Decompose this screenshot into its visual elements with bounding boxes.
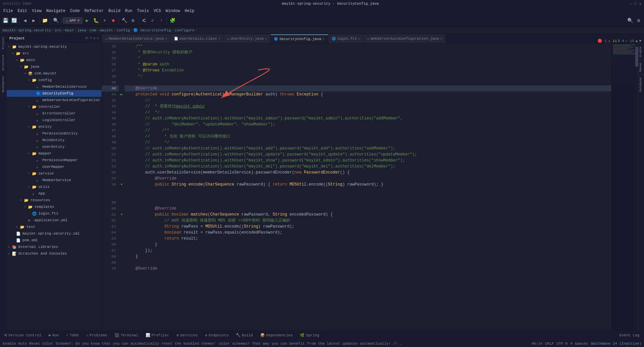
breadcrumb-com[interactable]: com [90, 28, 96, 32]
bottom-tab-services[interactable]: ⚙ Services [173, 332, 201, 339]
menu-navigate[interactable]: Navigate [44, 8, 67, 14]
tree-arrow-test[interactable]: ▸ [16, 225, 20, 229]
tree-arrow-utils[interactable]: ▸ [28, 185, 32, 189]
tree-arrow-root[interactable]: ▾ [8, 45, 12, 49]
menu-window[interactable]: Window [164, 8, 182, 14]
breadcrumb-securityconfig[interactable]: 🔵 SecurityConfig [133, 28, 171, 32]
tree-memberservice[interactable]: ▸ ☕ MemberService [7, 177, 102, 184]
sidebar-bookmarks-icon[interactable]: Bookmarks [1, 75, 6, 94]
tree-entity[interactable]: ▾ 📂 entity [7, 123, 102, 130]
toolbar-search-everywhere[interactable]: 🔍 [52, 17, 60, 25]
project-settings-icon[interactable]: ⚙ [93, 36, 96, 40]
tree-arrow-entity[interactable]: ▾ [28, 125, 32, 129]
tree-arrow-ctrl[interactable]: ▾ [28, 105, 32, 109]
breadcrumb-config[interactable]: config [117, 28, 130, 32]
tree-app[interactable]: ▸ ☕ App [7, 190, 102, 197]
toolbar-forward[interactable]: ▶ [30, 17, 38, 25]
tree-arrow-main[interactable]: ▾ [16, 58, 20, 62]
maximize-button[interactable]: □ [634, 2, 637, 6]
toolbar-git[interactable]: ⑆ [140, 17, 148, 25]
tree-memberdetailsservice[interactable]: ▸ ☕ MemberDetailsService [7, 83, 102, 90]
tree-utils[interactable]: ▸ 📂 utils [7, 184, 102, 190]
tree-permissionmapper[interactable]: ▸ ☕ PermissionMapper [7, 157, 102, 163]
toolbar-search[interactable]: 🔍 [626, 17, 634, 25]
tree-roleentity[interactable]: ▸ ☕ RoleEntity [7, 137, 102, 143]
tab-memberdetailsservice[interactable]: ☕ MemberDetailsService.java ✕ [102, 34, 171, 43]
close-button[interactable]: ✕ [639, 2, 641, 6]
right-tab-database[interactable]: Database [638, 74, 644, 94]
bottom-tab-spring[interactable]: 🌿 Spring [297, 332, 323, 339]
run-config-dropdown[interactable]: ▼ [77, 19, 79, 23]
status-encoding[interactable]: UTF-8 [556, 342, 568, 346]
tree-extlibs[interactable]: ▸ 📚 External Libraries [7, 244, 102, 250]
tree-errorcontroller[interactable]: ▸ ☕ ErrorController [7, 110, 102, 117]
tree-mapper[interactable]: ▾ 📂 mapper [7, 150, 102, 157]
menu-build[interactable]: Build [106, 8, 122, 14]
toolbar-run-button[interactable]: ▶ [83, 17, 91, 25]
tab-webserverautoconfig[interactable]: ☕ WebServerAutoConfiguration.java ✕ [364, 34, 446, 43]
tree-service[interactable]: ▾ 📂 service [7, 170, 102, 177]
tree-iml[interactable]: ▸ 📄 mayikt-spring-security.iml [7, 230, 102, 237]
bottom-tab-todo[interactable]: ✓ TODO [63, 332, 82, 339]
bottom-tab-run[interactable]: ▶ Run [45, 332, 62, 339]
toolbar-build-btn[interactable]: 🔨 [120, 17, 128, 25]
bottom-tab-problems[interactable]: ⚠ Problems [83, 332, 111, 339]
nav-up[interactable]: ▲ [636, 39, 638, 43]
tab-userentity[interactable]: ☕ UserEntity.java ✕ [224, 34, 271, 43]
tree-arrow-java[interactable]: ▾ [20, 65, 24, 69]
toolbar-save[interactable]: 💾 [1, 17, 9, 25]
sidebar-structure-icon[interactable]: Structure [1, 53, 6, 72]
toolbar-settings[interactable]: ⚙ [635, 17, 643, 25]
toolbar-commit[interactable]: ✓ [149, 17, 157, 25]
project-close-icon[interactable]: ✕ [97, 36, 99, 40]
vertical-scrollbar[interactable] [635, 43, 638, 330]
breadcrumb-main[interactable]: main [65, 28, 73, 32]
status-line-ending[interactable]: CRLF [545, 342, 554, 346]
project-sync-icon[interactable]: ⟳ [85, 36, 88, 40]
toolbar-stop-button[interactable]: ■ [109, 17, 117, 25]
toolbar-build-all[interactable]: ⚙ [129, 17, 137, 25]
right-tab-gradle[interactable]: Gradle [638, 43, 644, 60]
tab-loginftl[interactable]: 🌐 login.ftl ✕ [328, 34, 364, 43]
tree-logincontroller[interactable]: ▸ ☕ LoginController [7, 117, 102, 123]
menu-edit[interactable]: Edit [16, 8, 29, 14]
tree-securityconfig[interactable]: ▸ 🔵 SecurityConfig [7, 90, 102, 97]
tree-pom[interactable]: ▸ 📄 pom.xml [7, 237, 102, 244]
breadcrumb-project[interactable]: mayikt-spring-security [3, 28, 51, 32]
toolbar-debug-button[interactable]: 🐛 [92, 17, 100, 25]
breadcrumb-src[interactable]: src [55, 28, 61, 32]
tree-arrow-config[interactable]: ▾ [28, 78, 32, 82]
toolbar-recent[interactable]: 📁 [41, 17, 49, 25]
bottom-tab-vc[interactable]: ⑆ Version Control [1, 332, 45, 339]
title-bar-controls[interactable]: — □ ✕ [629, 2, 641, 6]
breadcrumb-configure[interactable]: configure [175, 28, 194, 32]
code-content[interactable]: /** * 新增Security 授权的账户 * * @param auth [125, 43, 611, 330]
bottom-tab-event-log[interactable]: Event Log [616, 332, 643, 339]
menu-view[interactable]: View [30, 8, 44, 14]
tree-java[interactable]: ▾ 📂 java [7, 63, 102, 70]
tab-close-sc[interactable]: ✕ [323, 37, 325, 41]
tree-arrow-src[interactable]: ▾ [12, 51, 16, 55]
toolbar-plugins[interactable]: 🧩 [168, 17, 176, 25]
tree-resources[interactable]: ▾ 📂 resources [7, 197, 102, 204]
tree-arrow-resources[interactable]: ▾ [20, 198, 24, 202]
menu-refactor[interactable]: Refactor [83, 8, 106, 14]
tree-appyml[interactable]: ▸ ⚙ application.yml [7, 217, 102, 224]
bottom-tab-build[interactable]: 🔨 Build [232, 332, 256, 339]
tree-usermapper[interactable]: ▸ ☕ UserMapper [7, 163, 102, 170]
tree-test[interactable]: ▸ 📂 test [7, 224, 102, 230]
tree-login-ftl[interactable]: ▸ 🌐 login.ftl [7, 210, 102, 217]
tree-permissionentity[interactable]: ▸ ☕ PermissionEntity [7, 130, 102, 137]
status-position[interactable]: 40:14 [531, 342, 542, 346]
bottom-tab-profiler[interactable]: 📊 Profiler [142, 332, 173, 339]
tree-com-mayikt[interactable]: ▾ 📦 com.mayikt [7, 70, 102, 77]
tree-main[interactable]: ▾ 📂 main [7, 57, 102, 63]
breadcrumb-java[interactable]: java [77, 28, 86, 32]
minimize-button[interactable]: — [629, 2, 632, 6]
bottom-tab-endpoints[interactable]: ⇄ Endpoints [202, 332, 232, 339]
status-indent[interactable]: 4 spaces [570, 342, 588, 346]
tree-arrow-com[interactable]: ▾ [24, 71, 28, 75]
bottom-tab-deps[interactable]: 📦 Dependencies [257, 332, 296, 339]
menu-run[interactable]: Run [123, 8, 134, 14]
tree-arrow-service[interactable]: ▾ [28, 171, 32, 176]
